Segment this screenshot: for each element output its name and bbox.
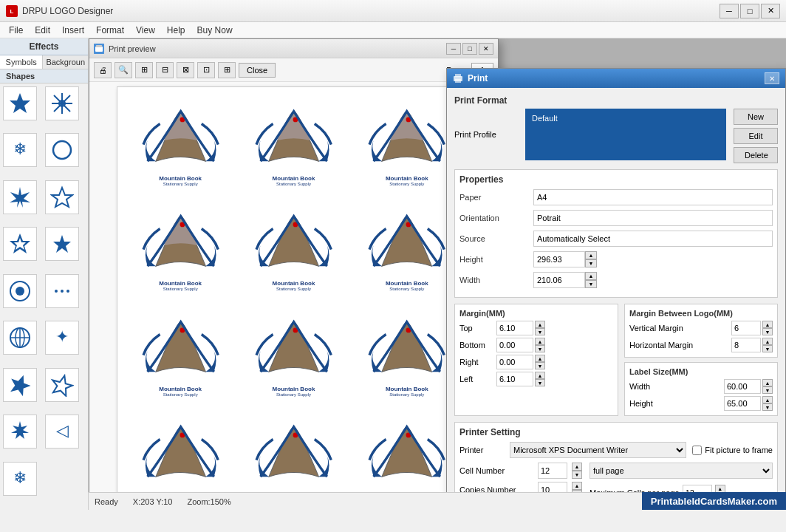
logo-cell: Mountain Book Stationary Supply [125, 200, 236, 304]
canvas-area: Print preview ─ □ ✕ 🖨 🔍 ⊞ ⊟ ⊠ ⊡ ⊞ Close … [89, 38, 786, 510]
cn-down[interactable]: ▼ [572, 471, 582, 479]
top-down[interactable]: ▼ [535, 328, 545, 335]
width-up-btn[interactable]: ▲ [585, 272, 597, 280]
pp-print-btn[interactable]: 🖨 [94, 62, 112, 78]
cn-up[interactable]: ▲ [572, 463, 582, 471]
height-down-btn[interactable]: ▼ [585, 259, 597, 267]
width-down-btn[interactable]: ▼ [585, 280, 597, 288]
vert-up[interactable]: ▲ [762, 321, 773, 328]
shape-item[interactable]: ❄ [3, 462, 37, 496]
lh-down[interactable]: ▼ [762, 403, 773, 411]
minimize-btn[interactable]: ─ [720, 4, 739, 18]
new-profile-btn[interactable]: New [734, 109, 778, 125]
source-row: Source [459, 231, 773, 247]
right-down[interactable]: ▼ [535, 362, 545, 369]
tab-symbols[interactable]: Symbols [0, 55, 43, 69]
right-up[interactable]: ▲ [535, 355, 545, 362]
shape-item[interactable] [45, 368, 79, 402]
shape-item[interactable] [3, 321, 37, 355]
pp-maximize-btn[interactable]: □ [462, 43, 477, 55]
right-label: Right [459, 358, 496, 366]
copies-up[interactable]: ▲ [572, 482, 582, 490]
menu-view[interactable]: View [130, 24, 161, 37]
shape-item[interactable] [45, 133, 79, 167]
vertical-margin-row: Vertical Margin ▲ ▼ [629, 321, 773, 335]
full-page-select[interactable]: full page [590, 463, 773, 479]
bottom-up[interactable]: ▲ [535, 338, 545, 345]
printer-select[interactable]: Microsoft XPS Document Writer [510, 442, 686, 458]
pp-view-btn3[interactable]: ⊠ [177, 62, 194, 78]
shape-item[interactable] [3, 86, 37, 120]
pp-close-text-btn[interactable]: Close [239, 63, 276, 78]
cell-number-input[interactable] [538, 463, 567, 479]
pp-zoom-btn[interactable]: 🔍 [115, 62, 132, 78]
orientation-input[interactable] [533, 210, 773, 226]
right-input[interactable] [496, 355, 533, 369]
pp-view-btn2[interactable]: ⊟ [156, 62, 174, 78]
edit-profile-btn[interactable]: Edit [734, 128, 778, 144]
menu-insert[interactable]: Insert [56, 24, 90, 37]
logo-cell: Mountain Book Stationary Supply [238, 200, 349, 304]
vert-down[interactable]: ▼ [762, 328, 773, 335]
bottom-input[interactable] [496, 338, 533, 352]
shape-item[interactable]: ❄ [3, 133, 37, 167]
pp-view-btn4[interactable]: ⊡ [197, 62, 215, 78]
height-row: Height ▲ ▼ [459, 251, 773, 267]
tab-background[interactable]: Backgroun [43, 55, 88, 69]
cell-number-label: Cell Number [459, 466, 533, 475]
logo-cell: Mountain Book Stationary Supply [238, 95, 349, 199]
pp-close-btn[interactable]: ✕ [479, 43, 493, 55]
top-input[interactable] [496, 321, 533, 335]
height-input[interactable] [533, 251, 585, 267]
menu-buynow[interactable]: Buy Now [191, 24, 239, 37]
pp-view-btn1[interactable]: ⊞ [135, 62, 153, 78]
lw-up[interactable]: ▲ [762, 379, 773, 386]
shape-item[interactable] [3, 227, 37, 261]
shape-item[interactable] [3, 368, 37, 402]
logo-subtitle: Stationary Supply [163, 287, 198, 291]
bottom-down[interactable]: ▼ [535, 345, 545, 352]
shape-item[interactable] [3, 415, 37, 449]
svg-marker-14 [53, 235, 71, 253]
logo-title: Mountain Book [386, 386, 428, 392]
left-input[interactable] [496, 372, 533, 386]
pd-close-btn[interactable]: ✕ [765, 72, 779, 84]
shape-item[interactable] [45, 274, 79, 308]
width-input[interactable] [533, 272, 585, 288]
shape-item[interactable] [3, 180, 37, 214]
menu-edit[interactable]: Edit [29, 24, 56, 37]
print-profile-value[interactable]: Default [529, 112, 722, 124]
pp-view-btn5[interactable]: ⊞ [218, 62, 236, 78]
svg-rect-51 [455, 79, 461, 83]
maximize-btn[interactable]: □ [740, 4, 759, 18]
close-btn[interactable]: ✕ [761, 4, 780, 18]
left-down[interactable]: ▼ [535, 379, 545, 386]
menu-help[interactable]: Help [161, 24, 191, 37]
pp-minimize-btn[interactable]: ─ [446, 43, 461, 55]
width-label: Width [459, 276, 533, 284]
height-up-btn[interactable]: ▲ [585, 251, 597, 259]
shape-item[interactable]: ✦ [45, 321, 79, 355]
horiz-down[interactable]: ▼ [762, 345, 773, 352]
label-height-input[interactable] [724, 396, 761, 411]
shape-item[interactable] [45, 180, 79, 214]
menu-format[interactable]: Format [90, 24, 130, 37]
shape-item[interactable] [45, 227, 79, 261]
paper-input[interactable] [533, 189, 773, 205]
shape-item[interactable]: ◁ [45, 415, 79, 449]
source-input[interactable] [533, 231, 773, 247]
label-width-input[interactable] [724, 379, 761, 394]
lw-down[interactable]: ▼ [762, 386, 773, 394]
left-up[interactable]: ▲ [535, 372, 545, 379]
fit-picture-checkbox[interactable] [692, 446, 702, 455]
vertical-input[interactable] [731, 321, 761, 335]
menu-file[interactable]: File [3, 24, 29, 37]
horiz-up[interactable]: ▲ [762, 338, 773, 345]
horizontal-input[interactable] [731, 338, 761, 352]
lh-up[interactable]: ▲ [762, 396, 773, 403]
delete-profile-btn[interactable]: Delete [734, 147, 778, 163]
shape-item[interactable] [3, 274, 37, 308]
top-up[interactable]: ▲ [535, 321, 545, 328]
logo-title: Mountain Book [273, 280, 315, 287]
shape-item[interactable] [45, 86, 79, 120]
